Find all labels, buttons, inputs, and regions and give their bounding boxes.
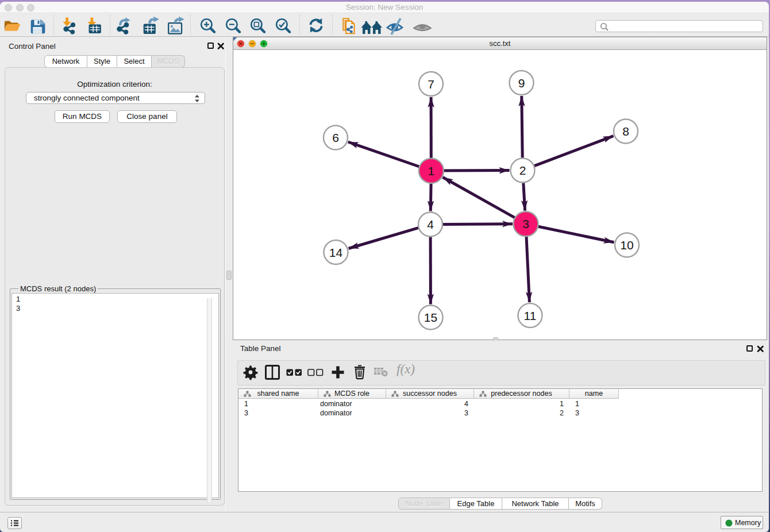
svg-text:9: 9 xyxy=(518,76,525,90)
svg-text:10: 10 xyxy=(620,238,633,252)
svg-text:3: 3 xyxy=(522,217,529,230)
svg-text:7: 7 xyxy=(428,78,434,91)
svg-text:15: 15 xyxy=(424,311,437,324)
svg-text:6: 6 xyxy=(332,131,339,144)
svg-text:8: 8 xyxy=(622,125,629,138)
svg-text:14: 14 xyxy=(329,246,343,259)
svg-text:2: 2 xyxy=(519,164,526,177)
svg-text:4: 4 xyxy=(427,218,434,231)
svg-text:1: 1 xyxy=(428,164,435,178)
svg-text:11: 11 xyxy=(524,309,537,322)
